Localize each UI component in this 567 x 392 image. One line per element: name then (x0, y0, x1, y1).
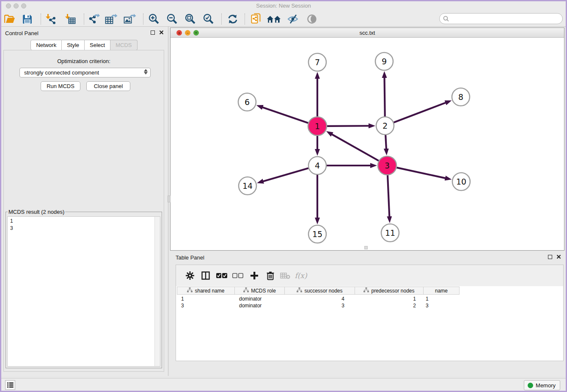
open-file-icon[interactable] (3, 13, 17, 25)
columns-icon[interactable] (199, 269, 212, 282)
table-row[interactable]: 1dominator411 (177, 295, 460, 302)
import-network-icon[interactable] (44, 13, 58, 25)
graph-edge-2-3[interactable] (385, 135, 386, 149)
column-header-MCDS-role[interactable]: MCDS role (235, 287, 285, 294)
cell-MCDS-role[interactable]: dominator (235, 295, 285, 302)
graph-edge-3-1[interactable] (331, 134, 379, 161)
mcds-result-item[interactable]: 3 (10, 225, 160, 232)
export-table-icon[interactable] (104, 13, 118, 25)
window-border (0, 0, 567, 1)
network-window-titlebar[interactable]: x – + scc.txt (171, 28, 564, 38)
column-header-shared-name[interactable]: shared name (177, 287, 235, 294)
graph-edge-4-14[interactable] (263, 168, 308, 182)
list-icon (7, 382, 14, 388)
cell-successor-nodes[interactable]: 3 (285, 302, 355, 309)
optimization-criterion-select[interactable]: strongly connected component (19, 68, 151, 77)
mcds-result-group: MCDS result (2 nodes) 13 (6, 209, 162, 368)
graph-node-label-2: 2 (383, 121, 388, 130)
cell-predecessor-nodes[interactable]: 1 (355, 295, 424, 302)
tab-mcds[interactable]: MCDS (110, 40, 137, 50)
float-panel-icon[interactable] (151, 30, 155, 35)
export-image-icon[interactable] (123, 13, 137, 25)
graph-node-label-10: 10 (456, 177, 466, 186)
network-title: scc.txt (171, 30, 564, 36)
search-box[interactable] (439, 13, 563, 24)
table-header-row: shared nameMCDS rolesuccessor nodesprede… (177, 287, 460, 295)
search-input[interactable] (451, 16, 562, 22)
status-bar: Memory (0, 378, 567, 392)
zoom-in-icon[interactable] (146, 13, 161, 25)
graph-node-label-8: 8 (458, 92, 463, 102)
column-header-predecessor-nodes[interactable]: predecessor nodes (355, 287, 424, 294)
node-table-container: f(x) shared nameMCDS rolesuccessor nodes… (176, 265, 564, 361)
graph-node-label-7: 7 (315, 58, 320, 67)
close-panel-button[interactable]: Close panel (86, 81, 130, 91)
task-history-button[interactable] (5, 380, 15, 390)
graph-edge-3-10[interactable] (396, 168, 446, 178)
table-toolbar: f(x) (176, 265, 563, 286)
sort-hierarchy-icon (243, 287, 249, 294)
mcds-result-list[interactable]: 13 (7, 216, 160, 367)
control-panel-title: Control Panel (5, 30, 39, 36)
table-row[interactable]: 3dominator323 (177, 302, 460, 309)
memory-status-icon (528, 383, 533, 388)
add-column-icon[interactable] (248, 269, 261, 282)
save-session-icon[interactable] (20, 13, 34, 25)
delete-column-icon[interactable] (264, 269, 277, 282)
hide-eye-icon[interactable] (286, 13, 300, 25)
close-panel-icon[interactable] (159, 30, 164, 35)
graph-edge-3-11[interactable] (388, 175, 389, 217)
select-all-icon[interactable] (215, 269, 228, 282)
table-panel-title: Table Panel (176, 254, 204, 261)
cell-shared-name[interactable]: 1 (177, 295, 235, 302)
graph-edge-1-2[interactable] (327, 126, 369, 126)
tab-network[interactable]: Network (30, 40, 62, 50)
function-builder-icon: f(x) (295, 269, 307, 282)
splitter-handle[interactable] (168, 196, 171, 202)
network-view-window: x – + scc.txt 7968124314101511 (170, 28, 564, 251)
column-header-name[interactable]: name (424, 287, 460, 294)
column-label: MCDS role (251, 288, 276, 294)
cell-name[interactable]: 3 (424, 302, 460, 309)
main-toolbar (0, 11, 567, 27)
scrollbar[interactable] (154, 217, 160, 366)
mcds-result-item[interactable]: 1 (10, 218, 160, 225)
graph-edge-2-9[interactable] (384, 77, 385, 116)
deselect-all-icon[interactable] (231, 269, 244, 282)
graph-node-label-4: 4 (315, 161, 320, 170)
delete-table-icon (279, 269, 292, 282)
gear-icon[interactable] (184, 269, 196, 282)
column-header-successor-nodes[interactable]: successor nodes (285, 287, 355, 294)
refresh-icon[interactable] (226, 13, 240, 25)
cell-MCDS-role[interactable]: dominator (235, 302, 285, 309)
zoom-selected-icon[interactable] (201, 13, 215, 25)
tab-select[interactable]: Select (85, 40, 110, 50)
resize-handle[interactable] (364, 246, 368, 249)
column-label: successor nodes (304, 288, 342, 294)
import-table-icon[interactable] (63, 13, 77, 25)
toolbar-separator (143, 14, 143, 25)
title-bar: Session: New Session (0, 0, 567, 11)
close-panel-icon[interactable] (556, 254, 561, 259)
cell-shared-name[interactable]: 3 (177, 302, 235, 309)
cell-successor-nodes[interactable]: 4 (285, 295, 355, 302)
tab-style[interactable]: Style (62, 40, 85, 50)
export-network-icon[interactable] (87, 13, 101, 25)
memory-label: Memory (536, 382, 556, 389)
cell-predecessor-nodes[interactable]: 2 (355, 302, 424, 309)
sort-hierarchy-icon (363, 287, 369, 294)
run-mcds-button[interactable]: Run MCDS (41, 81, 80, 91)
application-window: Session: New Session (0, 0, 567, 392)
float-panel-icon[interactable] (548, 255, 552, 259)
graph-edge-1-6[interactable] (262, 107, 308, 123)
network-canvas[interactable]: 7968124314101511 (171, 38, 564, 250)
graph-edge-2-8[interactable] (394, 102, 446, 122)
memory-button[interactable]: Memory (524, 380, 560, 390)
zoom-fit-icon[interactable] (183, 13, 197, 25)
zoom-out-icon[interactable] (165, 13, 179, 25)
control-panel: Control Panel NetworkStyleSelectMCDS Opt… (0, 27, 168, 376)
graph-node-label-1: 1 (315, 121, 320, 131)
copy-network-icon[interactable] (249, 13, 263, 25)
home-icon[interactable] (267, 13, 281, 25)
cell-name[interactable]: 1 (424, 295, 460, 302)
